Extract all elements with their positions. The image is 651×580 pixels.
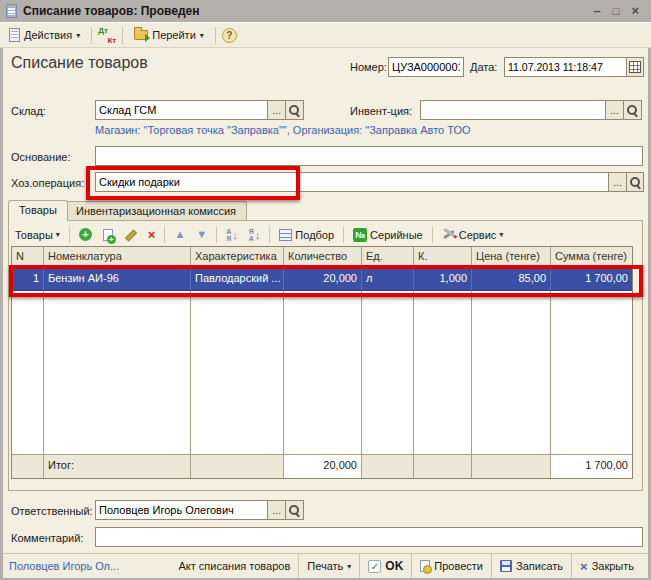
close-window-button[interactable]: × Закрыть <box>571 554 642 578</box>
sort-az-icon: АЯ <box>226 228 231 242</box>
act-button[interactable]: Акт списания товаров <box>171 554 299 578</box>
col-header-quantity[interactable]: Количество <box>284 247 362 269</box>
table-toolbar: Товары ▾ + + × ▲ ▼ АЯ ↓ ЯА ↓ Подбор <box>11 224 639 245</box>
chevron-down-icon: ▾ <box>200 31 204 40</box>
calendar-icon <box>629 61 641 73</box>
col-header-sum[interactable]: Сумма (тенге) <box>551 247 632 269</box>
actions-menu-button[interactable]: Действия ▾ <box>4 26 85 44</box>
minimize-button[interactable]: – <box>594 4 601 18</box>
separator <box>269 226 270 243</box>
date-field[interactable] <box>504 57 627 77</box>
warehouse-ellipsis-button[interactable]: ... <box>267 100 286 120</box>
calendar-button[interactable] <box>626 57 644 77</box>
items-table: N Номенклатура Характеристика Количество… <box>11 246 633 479</box>
podbor-button[interactable]: Подбор <box>275 228 338 242</box>
delete-row-button[interactable]: × <box>144 227 160 242</box>
table-row[interactable]: 1 Бензин АИ-96 Павлодарский ... 20,000 л… <box>12 269 632 291</box>
print-button[interactable]: Печать ▾ <box>298 554 359 578</box>
close-x-icon: × <box>580 560 588 573</box>
copy-row-button[interactable]: + <box>99 228 117 242</box>
responsible-ellipsis-button[interactable]: ... <box>267 500 286 520</box>
titlebar: Списание товаров: Проведен – □ × <box>0 0 651 22</box>
edit-row-button[interactable] <box>120 227 141 242</box>
copy-icon: + <box>103 229 113 241</box>
arrow-down-icon: ↓ <box>255 229 261 241</box>
warehouse-field[interactable] <box>95 100 268 120</box>
serial-number-icon: № <box>353 228 367 242</box>
go-menu-button[interactable]: Перейти ▾ <box>129 27 209 43</box>
add-icon: + <box>79 228 92 241</box>
inventory-field[interactable] <box>420 100 606 120</box>
ok-button[interactable]: ✓ OK <box>359 554 411 578</box>
cell-characteristic[interactable]: Павлодарский ... <box>191 269 284 291</box>
col-header-unit[interactable]: Ед. <box>362 247 414 269</box>
pencil-icon <box>124 228 137 241</box>
tab-tovary[interactable]: Товары <box>8 200 68 221</box>
cell-quantity[interactable]: 20,000 <box>284 269 362 291</box>
responsible-field[interactable] <box>95 500 268 520</box>
serial-numbers-button[interactable]: № Серийные <box>349 227 427 243</box>
col-header-k[interactable]: К. <box>414 247 472 269</box>
basis-field[interactable] <box>95 146 643 166</box>
operation-ellipsis-button[interactable]: ... <box>608 172 627 192</box>
service-label: Сервис <box>459 229 497 241</box>
check-icon: ✓ <box>368 560 381 573</box>
items-menu-button[interactable]: Товары ▾ <box>11 228 64 242</box>
add-row-button[interactable]: + <box>75 227 96 242</box>
podbor-label: Подбор <box>295 229 334 241</box>
inventory-label: Инвент-ция: <box>350 105 412 117</box>
cell-nomenclature[interactable]: Бензин АИ-96 <box>44 269 191 291</box>
delete-icon: × <box>148 228 156 241</box>
separator <box>91 27 92 44</box>
operation-field[interactable] <box>95 172 609 192</box>
ok-label: OK <box>385 559 403 573</box>
command-bar: Половцев Игорь Ол... Акт списания товаро… <box>3 553 648 578</box>
tab-inventory-commission[interactable]: Инвентаризационная комиссия <box>65 201 247 221</box>
maximize-button[interactable]: □ <box>613 4 620 18</box>
col-header-characteristic[interactable]: Характеристика <box>191 247 284 269</box>
sort-desc-button[interactable]: ЯА ↓ <box>245 227 265 243</box>
save-button[interactable]: Записать <box>491 554 571 578</box>
go-menu-label: Перейти <box>152 29 196 41</box>
cell-n[interactable]: 1 <box>12 269 44 291</box>
col-header-nomenclature[interactable]: Номенклатура <box>44 247 191 269</box>
comment-field[interactable] <box>95 527 643 547</box>
application-window: Списание товаров: Проведен – □ × Действи… <box>0 0 651 580</box>
post-button[interactable]: Провести <box>411 554 491 578</box>
print-label: Печать <box>307 560 343 572</box>
menubar: Действия ▾ Дт Кт Перейти ▾ ? <box>0 22 651 48</box>
move-down-button[interactable]: ▼ <box>192 228 211 241</box>
cell-sum[interactable]: 1 700,00 <box>551 269 632 291</box>
debit-label: Дт <box>98 26 108 35</box>
inventory-lookup-button[interactable] <box>623 100 642 120</box>
chevron-down-icon: ▾ <box>347 562 351 571</box>
cell-k[interactable]: 1,000 <box>414 269 472 291</box>
arrow-down-icon: ↓ <box>232 229 238 241</box>
document-icon <box>6 4 17 18</box>
service-menu-button[interactable]: Сервис ▾ <box>438 227 508 242</box>
separator <box>216 226 217 243</box>
cell-price[interactable]: 85,00 <box>472 269 551 291</box>
actions-menu-label: Действия <box>24 29 72 41</box>
col-header-n[interactable]: N <box>12 247 44 269</box>
basis-label: Основание: <box>11 151 70 163</box>
cell-unit[interactable]: л <box>362 269 414 291</box>
table-empty-area[interactable] <box>12 291 632 454</box>
move-up-button[interactable]: ▲ <box>170 228 189 241</box>
separator <box>432 226 433 243</box>
col-header-price[interactable]: Цена (тенге) <box>472 247 551 269</box>
responsible-lookup-button[interactable] <box>285 500 304 520</box>
chevron-down-icon: ▾ <box>56 230 60 239</box>
inventory-ellipsis-button[interactable]: ... <box>605 100 624 120</box>
separator <box>343 226 344 243</box>
user-link[interactable]: Половцев Игорь Ол... <box>9 560 119 572</box>
sort-asc-button[interactable]: АЯ ↓ <box>222 227 242 243</box>
number-field[interactable] <box>388 57 464 77</box>
help-icon[interactable]: ? <box>222 28 237 43</box>
dt-kt-button[interactable]: Дт Кт <box>98 27 116 44</box>
operation-lookup-button[interactable] <box>626 172 644 192</box>
separator <box>122 27 123 44</box>
close-label: Закрыть <box>592 560 634 572</box>
close-button[interactable]: × <box>631 4 639 18</box>
warehouse-lookup-button[interactable] <box>285 100 304 120</box>
